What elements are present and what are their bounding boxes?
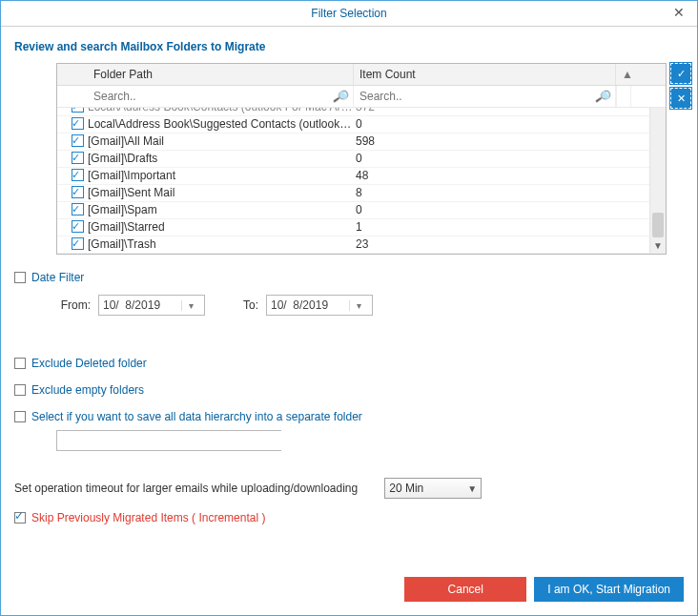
grid-header-row: Folder Path Item Count ▲ xyxy=(57,64,666,86)
save-hierarchy-checkbox[interactable]: Select if you want to save all data hier… xyxy=(14,407,684,426)
col-item-count[interactable]: Item Count xyxy=(354,64,616,85)
close-icon[interactable]: ✕ xyxy=(667,1,691,26)
calendar-icon[interactable]: ▾ xyxy=(349,300,367,311)
grid-body: Local\Address Book\Contacts (outlook For… xyxy=(57,108,666,254)
scroll-down-icon[interactable]: ▼ xyxy=(650,238,666,254)
from-label: From: xyxy=(52,298,91,312)
table-row[interactable]: [Gmail]\Starred1 xyxy=(57,219,666,236)
start-migration-button[interactable]: I am OK, Start Migration xyxy=(534,577,684,602)
table-row[interactable]: [Gmail]\All Mail598 xyxy=(57,133,666,151)
to-label: To: xyxy=(236,298,258,312)
cell-item-count: 598 xyxy=(354,133,616,150)
scrollbar-thumb[interactable] xyxy=(652,213,664,237)
row-checkbox[interactable] xyxy=(72,203,84,216)
select-all-button[interactable]: ✓ xyxy=(670,63,691,84)
search-count-input[interactable] xyxy=(358,89,596,104)
to-date-input[interactable] xyxy=(267,298,349,312)
cell-item-count: 8 xyxy=(354,185,616,201)
row-checkbox[interactable] xyxy=(72,220,84,233)
to-date-picker[interactable]: ▾ xyxy=(266,295,373,316)
cell-folder-path: Local\Address Book\Contacts (outlook For… xyxy=(88,108,354,115)
timeout-select[interactable]: 20 Min ▼ xyxy=(384,478,482,499)
hierarchy-folder-input[interactable] xyxy=(57,431,288,450)
skip-migrated-label: Skip Previously Migrated Items ( Increme… xyxy=(31,511,265,524)
cell-item-count: 48 xyxy=(354,168,616,184)
cell-folder-path: [Gmail]\Spam xyxy=(88,202,354,218)
save-hierarchy-label: Select if you want to save all data hier… xyxy=(31,410,362,423)
row-checkbox[interactable] xyxy=(72,237,84,250)
row-checkbox[interactable] xyxy=(72,186,84,198)
table-row[interactable]: [Gmail]\Drafts0 xyxy=(57,151,666,168)
cell-folder-path: [Gmail]\Important xyxy=(88,168,354,184)
exclude-deleted-checkbox[interactable]: Exclude Deleted folder xyxy=(14,354,684,373)
checkbox-icon xyxy=(14,512,26,524)
cell-folder-path: [Gmail]\Starred xyxy=(88,219,354,236)
checkbox-icon xyxy=(14,358,26,369)
folders-grid: Folder Path Item Count ▲ 🔍 🔍 xyxy=(56,63,667,255)
checkbox-icon xyxy=(14,272,26,283)
row-checkbox[interactable] xyxy=(72,134,84,147)
checkbox-icon xyxy=(14,411,26,422)
cell-folder-path: [Gmail]\Drafts xyxy=(88,151,354,167)
cell-item-count: 1 xyxy=(354,219,616,236)
exclude-deleted-label: Exclude Deleted folder xyxy=(31,357,147,370)
from-date-input[interactable] xyxy=(99,298,181,312)
deselect-all-button[interactable]: ✕ xyxy=(670,88,691,109)
search-icon[interactable]: 🔍 xyxy=(595,88,612,105)
table-row[interactable]: Local\Address Book\Contacts (outlook For… xyxy=(57,108,666,116)
exclude-empty-label: Exclude empty folders xyxy=(31,383,144,397)
from-date-picker[interactable]: ▾ xyxy=(98,295,205,316)
titlebar: Filter Selection ✕ xyxy=(1,1,697,27)
exclude-empty-checkbox[interactable]: Exclude empty folders xyxy=(14,380,684,400)
calendar-icon[interactable]: ▾ xyxy=(181,300,199,311)
table-row[interactable]: Local\Address Book\Suggested Contacts (o… xyxy=(57,116,666,133)
vertical-scrollbar[interactable]: ▼ xyxy=(649,108,666,254)
cell-item-count: 0 xyxy=(354,202,616,218)
cell-item-count: 372 xyxy=(354,108,616,115)
row-checkbox[interactable] xyxy=(72,108,84,113)
table-row[interactable]: [Gmail]\Important48 xyxy=(57,168,666,185)
filter-selection-dialog: Filter Selection ✕ Review and search Mai… xyxy=(0,0,698,616)
cell-folder-path: [Gmail]\All Mail xyxy=(88,133,354,150)
date-filter-label: Date Filter xyxy=(31,271,84,284)
cancel-button[interactable]: Cancel xyxy=(404,577,526,602)
search-icon[interactable]: 🔍 xyxy=(333,88,350,105)
chevron-down-icon: ▼ xyxy=(467,483,477,494)
col-folder-path[interactable]: Folder Path xyxy=(88,64,354,85)
table-row[interactable]: [Gmail]\Trash23 xyxy=(57,236,666,254)
dialog-title: Filter Selection xyxy=(311,7,386,20)
row-checkbox[interactable] xyxy=(72,169,84,181)
checkbox-icon xyxy=(14,384,26,396)
cell-item-count: 0 xyxy=(354,151,616,167)
cell-folder-path: [Gmail]\Trash xyxy=(88,236,354,253)
row-checkbox[interactable] xyxy=(72,117,84,130)
cell-folder-path: Local\Address Book\Suggested Contacts (o… xyxy=(88,116,354,133)
cell-item-count: 0 xyxy=(354,116,616,133)
table-row[interactable]: [Gmail]\Spam0 xyxy=(57,202,666,219)
table-row[interactable]: [Gmail]\Sent Mail8 xyxy=(57,185,666,202)
skip-migrated-checkbox[interactable]: Skip Previously Migrated Items ( Increme… xyxy=(14,508,684,527)
section-heading: Review and search Mailbox Folders to Mig… xyxy=(14,40,684,53)
timeout-value: 20 Min xyxy=(389,482,423,495)
timeout-label: Set operation timeout for larger emails … xyxy=(14,482,358,495)
row-checkbox[interactable] xyxy=(72,152,84,164)
cell-item-count: 23 xyxy=(354,236,616,253)
date-filter-checkbox[interactable]: Date Filter xyxy=(14,268,684,287)
scroll-up-icon[interactable]: ▲ xyxy=(616,64,631,85)
search-folder-input[interactable] xyxy=(92,89,334,104)
grid-search-row: 🔍 🔍 xyxy=(57,86,666,108)
cell-folder-path: [Gmail]\Sent Mail xyxy=(88,185,354,201)
